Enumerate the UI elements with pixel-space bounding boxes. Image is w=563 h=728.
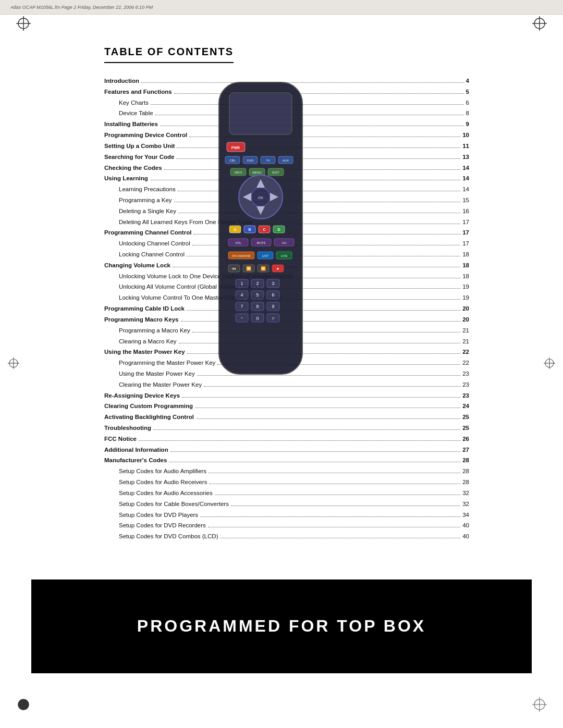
toc-dots	[220, 538, 460, 538]
toc-dots	[215, 495, 461, 495]
toc-label: Activating Backlighting Control	[104, 413, 194, 422]
svg-text:*: *	[241, 316, 243, 321]
toc-page: 14	[462, 174, 469, 183]
toc-page: 6	[466, 98, 469, 108]
toc-label: Programming a Macro Key	[119, 326, 190, 336]
svg-text:⏩: ⏩	[261, 266, 266, 271]
svg-text:2: 2	[256, 281, 259, 286]
toc-label: Programming Device Control	[104, 131, 187, 140]
toc-page: 15	[462, 196, 469, 205]
toc-label: Installing Batteries	[104, 120, 158, 129]
reg-mark-bottom-left	[16, 697, 31, 712]
svg-text:6: 6	[272, 292, 274, 298]
toc-page: 25	[462, 424, 469, 433]
toc-page: 16	[462, 207, 469, 216]
toc-page: 28	[462, 478, 469, 487]
toc-label: Programming Cable ID Lock	[104, 304, 185, 314]
toc-page: 4	[466, 77, 469, 86]
toc-page: 18	[462, 261, 469, 270]
toc-dots	[169, 462, 460, 462]
page-container: Atlas OCAP M1056L.fm Page 2 Friday, Dece…	[0, 0, 563, 728]
svg-text:⏪: ⏪	[246, 266, 251, 271]
toc-label: Searching for Your Code	[104, 153, 174, 162]
toc-page: 9	[466, 120, 469, 129]
toc-entry: Setup Codes for DVD Combos (LCD)40	[104, 532, 469, 541]
svg-text:EXIT: EXIT	[272, 171, 279, 174]
svg-text:4: 4	[240, 292, 243, 298]
svg-text:OK: OK	[258, 196, 264, 200]
toc-dots	[139, 440, 460, 441]
reg-mark-bottom-right	[532, 697, 547, 712]
toc-dots	[195, 408, 460, 408]
toc-page: 14	[462, 185, 469, 194]
svg-text:AUX: AUX	[283, 159, 289, 162]
toc-dots	[208, 527, 460, 527]
toc-dots	[231, 505, 460, 506]
toc-page: 14	[462, 164, 469, 173]
svg-text:VOL: VOL	[235, 241, 242, 244]
toc-dots	[200, 516, 460, 517]
toc-page: 18	[462, 272, 469, 281]
svg-text:MENU: MENU	[252, 171, 262, 174]
toc-label: Setup Codes for Cable Boxes/Converters	[119, 500, 229, 509]
bottom-box: PROGRAMMED FOR TOP BOX	[31, 579, 532, 673]
toc-entry: Setup Codes for DVD Recorders40	[104, 521, 469, 530]
toc-entry: Troubleshooting25	[104, 424, 469, 433]
toc-label: Using Learning	[104, 174, 148, 183]
svg-text:#: #	[272, 316, 274, 321]
toc-dots	[170, 451, 461, 452]
toc-label: Deleting a Single Key	[119, 207, 176, 216]
toc-label: Programming Channel Control	[104, 228, 191, 238]
toc-label: Setting Up a Combo Unit	[104, 142, 175, 151]
toc-page: 20	[462, 315, 469, 325]
toc-page: 11	[462, 142, 469, 151]
toc-label: Key Charts	[119, 98, 149, 108]
toc-page: 18	[462, 250, 469, 260]
svg-text:MUTE: MUTE	[257, 241, 266, 244]
toc-entry: Setup Codes for Audio Accessories32	[104, 489, 469, 498]
top-strip: Atlas OCAP M1056L.fm Page 2 Friday, Dece…	[0, 0, 563, 15]
svg-text:1: 1	[240, 281, 243, 286]
toc-page: 22	[462, 359, 469, 368]
toc-page: 26	[462, 435, 469, 444]
svg-text:DVD: DVD	[247, 159, 254, 162]
toc-page: 28	[462, 467, 469, 476]
toc-page: 20	[462, 304, 469, 314]
toc-page: 8	[466, 109, 469, 118]
toc-entry: Manufacturer's Codes28	[104, 456, 469, 465]
svg-text:3: 3	[272, 281, 274, 286]
toc-entry: Activating Backlighting Control25	[104, 413, 469, 422]
toc-page: 23	[462, 380, 469, 390]
bottom-box-text: PROGRAMMED FOR TOP BOX	[137, 616, 426, 636]
toc-page: 13	[462, 153, 469, 162]
toc-label: Setup Codes for Audio Accessories	[119, 489, 213, 498]
main-content: TABLE OF CONTENTS PWR CBL DVD TV AUX	[0, 15, 563, 564]
toc-label: Troubleshooting	[104, 424, 151, 433]
toc-entry: Setup Codes for Audio Amplifiers28	[104, 467, 469, 476]
toc-page: 24	[462, 402, 469, 411]
toc-label: Manufacturer's Codes	[104, 456, 167, 465]
toc-label: FCC Notice	[104, 435, 137, 444]
toc-label: Setup Codes for DVD Players	[119, 511, 198, 520]
svg-text:CH: CH	[282, 241, 287, 244]
toc-label: Additional Information	[104, 446, 168, 455]
toc-label: Using the Master Power Key	[104, 348, 185, 357]
toc-page: 23	[462, 369, 469, 379]
toc-entry: Setup Codes for Cable Boxes/Converters32	[104, 500, 469, 509]
toc-label: Checking the Codes	[104, 164, 162, 173]
toc-entry: FCC Notice26	[104, 435, 469, 444]
toc-dots	[209, 484, 460, 484]
toc-label: Changing Volume Lock	[104, 261, 170, 270]
toc-title: TABLE OF CONTENTS	[104, 46, 234, 63]
toc-page: 19	[462, 282, 469, 292]
svg-text:LIVE: LIVE	[280, 254, 287, 257]
toc-page: 5	[466, 88, 469, 97]
svg-rect-17	[229, 93, 292, 134]
toc-label: Using the Master Power Key	[119, 369, 195, 379]
toc-entry: Setup Codes for DVD Players34	[104, 511, 469, 520]
toc-page: 40	[462, 532, 469, 541]
svg-text:LIST: LIST	[262, 254, 269, 257]
svg-text:5: 5	[256, 292, 259, 298]
svg-text:INFO: INFO	[235, 171, 242, 174]
svg-text:CBL: CBL	[229, 159, 236, 162]
